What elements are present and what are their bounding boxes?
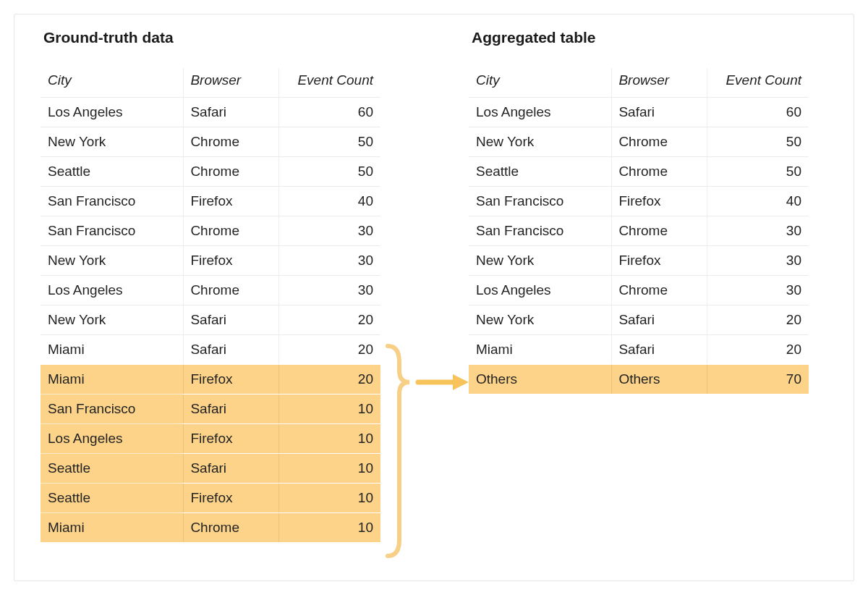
- table-row: New YorkFirefox30: [469, 246, 809, 276]
- table-row: San FranciscoSafari10: [41, 394, 380, 424]
- ground-truth-table: City Browser Event Count Los AngelesSafa…: [41, 68, 380, 542]
- cell-count: 30: [707, 216, 809, 246]
- col-header-count: Event Count: [707, 68, 809, 98]
- col-header-browser: Browser: [611, 68, 707, 98]
- table-row: New YorkSafari20: [41, 305, 380, 335]
- cell-city: Los Angeles: [469, 98, 611, 127]
- cell-city: Los Angeles: [41, 276, 183, 305]
- cell-count: 40: [707, 187, 809, 216]
- cell-browser: Chrome: [611, 276, 707, 305]
- cell-count: 10: [278, 513, 380, 543]
- table-row: SeattleSafari10: [41, 454, 380, 484]
- cell-city: San Francisco: [41, 187, 183, 216]
- table-row: New YorkChrome50: [469, 127, 809, 157]
- aggregated-title: Aggregated table: [472, 29, 809, 46]
- diagram-frame: Ground-truth data City Browser Event Cou…: [14, 14, 854, 581]
- table-row: SeattleChrome50: [41, 157, 380, 187]
- cell-count: 20: [707, 335, 809, 365]
- cell-browser: Firefox: [183, 365, 278, 394]
- cell-city: Miami: [41, 513, 183, 543]
- table-row: OthersOthers70: [469, 365, 809, 394]
- table-row: Los AngelesFirefox10: [41, 424, 380, 454]
- cell-count: 50: [707, 157, 809, 187]
- cell-count: 20: [278, 365, 380, 394]
- table-row: MiamiSafari20: [469, 335, 809, 365]
- cell-browser: Chrome: [183, 216, 278, 246]
- cell-browser: Chrome: [611, 216, 707, 246]
- cell-browser: Chrome: [183, 276, 278, 305]
- cell-count: 60: [278, 98, 380, 127]
- aggregation-connector: [383, 376, 470, 557]
- cell-browser: Firefox: [183, 484, 278, 513]
- cell-count: 30: [278, 216, 380, 246]
- cell-browser: Safari: [183, 305, 278, 335]
- cell-city: Seattle: [41, 454, 183, 484]
- cell-city: Seattle: [41, 484, 183, 513]
- cell-browser: Chrome: [183, 127, 278, 157]
- cell-count: 50: [278, 157, 380, 187]
- cell-count: 20: [278, 335, 380, 365]
- cell-city: San Francisco: [41, 394, 183, 424]
- col-header-browser: Browser: [183, 68, 278, 98]
- table-row: MiamiFirefox20: [41, 365, 380, 394]
- cell-count: 50: [707, 127, 809, 157]
- brace-arrow-icon: [383, 376, 470, 557]
- ground-truth-rows: Los AngelesSafari60New YorkChrome50Seatt…: [41, 98, 380, 543]
- table-row: San FranciscoChrome30: [469, 216, 809, 246]
- cell-browser: Chrome: [611, 157, 707, 187]
- cell-city: San Francisco: [469, 216, 611, 246]
- cell-browser: Others: [611, 365, 707, 394]
- cell-count: 60: [707, 98, 809, 127]
- cell-count: 20: [707, 305, 809, 335]
- cell-city: Los Angeles: [41, 424, 183, 454]
- cell-count: 10: [278, 424, 380, 454]
- cell-browser: Safari: [611, 98, 707, 127]
- table-row: New YorkFirefox30: [41, 246, 380, 276]
- cell-count: 30: [707, 276, 809, 305]
- table-row: New YorkChrome50: [41, 127, 380, 157]
- cell-browser: Firefox: [611, 246, 707, 276]
- table-row: MiamiChrome10: [41, 513, 380, 543]
- cell-city: Los Angeles: [41, 98, 183, 127]
- cell-city: Seattle: [41, 157, 183, 187]
- cell-count: 10: [278, 454, 380, 484]
- table-row: New YorkSafari20: [469, 305, 809, 335]
- table-header-row: City Browser Event Count: [41, 68, 380, 98]
- col-header-city: City: [469, 68, 611, 98]
- cell-count: 30: [278, 246, 380, 276]
- ground-truth-title: Ground-truth data: [43, 29, 380, 46]
- cell-city: Miami: [469, 335, 611, 365]
- cell-count: 30: [707, 246, 809, 276]
- cell-browser: Safari: [611, 305, 707, 335]
- cell-browser: Safari: [611, 335, 707, 365]
- cell-city: New York: [469, 246, 611, 276]
- cell-browser: Chrome: [183, 513, 278, 543]
- table-header-row: City Browser Event Count: [469, 68, 809, 98]
- svg-marker-1: [453, 374, 469, 390]
- cell-browser: Safari: [183, 98, 278, 127]
- table-row: Los AngelesSafari60: [41, 98, 380, 127]
- cell-count: 40: [278, 187, 380, 216]
- cell-city: San Francisco: [469, 187, 611, 216]
- cell-browser: Firefox: [183, 187, 278, 216]
- cell-browser: Safari: [183, 335, 278, 365]
- cell-city: Miami: [41, 365, 183, 394]
- cell-count: 70: [707, 365, 809, 394]
- cell-city: Los Angeles: [469, 276, 611, 305]
- cell-browser: Firefox: [183, 246, 278, 276]
- aggregated-panel: Aggregated table City Browser Event Coun…: [469, 29, 809, 394]
- cell-browser: Firefox: [183, 424, 278, 454]
- cell-count: 10: [278, 394, 380, 424]
- cell-city: New York: [41, 127, 183, 157]
- cell-count: 20: [278, 305, 380, 335]
- table-row: San FranciscoChrome30: [41, 216, 380, 246]
- cell-browser: Safari: [183, 454, 278, 484]
- aggregated-rows: Los AngelesSafari60New YorkChrome50Seatt…: [469, 98, 809, 394]
- cell-browser: Safari: [183, 394, 278, 424]
- cell-city: New York: [469, 305, 611, 335]
- cell-city: Others: [469, 365, 611, 394]
- table-row: Los AngelesChrome30: [469, 276, 809, 305]
- cell-browser: Chrome: [611, 127, 707, 157]
- table-row: SeattleFirefox10: [41, 484, 380, 513]
- table-row: Los AngelesChrome30: [41, 276, 380, 305]
